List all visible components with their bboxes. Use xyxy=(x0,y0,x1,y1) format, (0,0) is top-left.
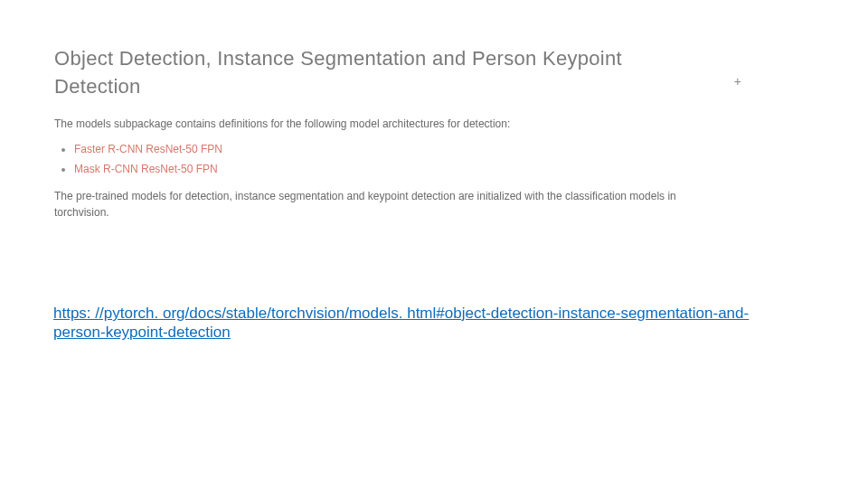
section-heading: Object Detection, Instance Segmentation … xyxy=(54,45,687,101)
list-item: Mask R-CNN ResNet-50 FPN xyxy=(74,163,687,175)
faster-rcnn-link[interactable]: Faster R-CNN ResNet-50 FPN xyxy=(74,143,222,155)
anchor-link-icon[interactable]: + xyxy=(734,74,741,89)
citation-url: https: //pytorch. org/docs/stable/torchv… xyxy=(53,304,795,343)
documentation-panel: Object Detection, Instance Segmentation … xyxy=(54,45,687,221)
mask-rcnn-link[interactable]: Mask R-CNN ResNet-50 FPN xyxy=(74,163,218,175)
pretrained-paragraph: The pre-trained models for detection, in… xyxy=(54,188,687,221)
citation-link[interactable]: https: //pytorch. org/docs/stable/torchv… xyxy=(53,305,749,341)
slide: Object Detection, Instance Segmentation … xyxy=(0,0,868,488)
intro-paragraph: The models subpackage contains definitio… xyxy=(54,117,687,130)
list-item: Faster R-CNN ResNet-50 FPN xyxy=(74,143,687,155)
model-architecture-list: Faster R-CNN ResNet-50 FPN Mask R-CNN Re… xyxy=(54,143,687,175)
